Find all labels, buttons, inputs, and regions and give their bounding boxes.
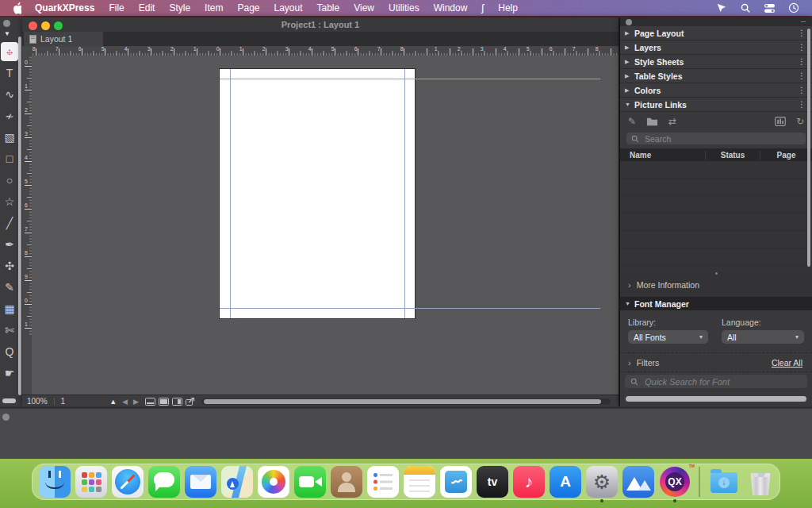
dock-finder[interactable] xyxy=(39,466,71,498)
dock-notes[interactable] xyxy=(404,466,435,498)
clock-menubar-icon[interactable] xyxy=(788,2,799,13)
zoom-level-field[interactable]: 100% xyxy=(22,397,54,406)
section-colors[interactable]: ▶Colors⋮ xyxy=(620,83,812,98)
close-button[interactable] xyxy=(29,21,37,30)
section-layers[interactable]: ▶Layers⋮ xyxy=(620,40,812,55)
control-center-menubar-icon[interactable] xyxy=(764,3,776,13)
menu-item-quarkxpress[interactable]: QuarkXPress xyxy=(28,2,102,13)
picture-links-search-input[interactable] xyxy=(643,133,801,144)
menu-item-view[interactable]: View xyxy=(347,2,381,13)
point-selection-tool[interactable]: ✣ xyxy=(1,256,18,275)
picture-links-list[interactable] xyxy=(620,161,812,272)
dock-downloads[interactable] xyxy=(708,466,740,498)
text-unlinking-tool[interactable]: ≁ xyxy=(1,106,18,125)
font-manager-header[interactable]: ▼ Font Manager xyxy=(620,297,812,310)
tools-resize-pill[interactable] xyxy=(2,398,16,403)
column-header-status[interactable]: Status xyxy=(705,151,760,160)
item-tool[interactable]: ↔↕ xyxy=(1,42,18,61)
rectangle-box-tool[interactable]: □ xyxy=(1,149,18,168)
section-menu-icon[interactable]: ⋮ xyxy=(798,43,807,52)
column-header-page[interactable]: Page xyxy=(760,151,812,160)
zoom-window-button[interactable] xyxy=(54,21,63,30)
menu-item-edit[interactable]: Edit xyxy=(132,2,163,13)
library-dropdown[interactable]: All Fonts ▾ xyxy=(628,330,708,344)
tools-scrollbar[interactable] xyxy=(18,37,21,395)
starburst-tool[interactable]: ☆ xyxy=(1,192,18,211)
previous-page-icon[interactable]: ◀ xyxy=(122,398,128,406)
picture-content-tool[interactable]: ▧ xyxy=(1,128,18,147)
menu-item-item[interactable]: Item xyxy=(197,2,230,13)
table-tool[interactable]: ▦ xyxy=(1,299,18,318)
dock-freeform[interactable] xyxy=(440,466,472,498)
dock-photos[interactable] xyxy=(258,466,289,498)
view-split-storage-icon[interactable] xyxy=(145,398,155,406)
export-icon[interactable] xyxy=(186,398,195,406)
clear-all-link[interactable]: Clear All xyxy=(772,358,802,368)
menu-item-page[interactable]: Page xyxy=(230,2,266,13)
relink-swap-icon[interactable]: ⇄ xyxy=(668,117,676,126)
text-content-tool[interactable]: T xyxy=(1,64,18,83)
apple-menu[interactable] xyxy=(0,2,28,14)
background-palette-dot[interactable] xyxy=(2,414,10,421)
open-folder-icon[interactable] xyxy=(646,117,658,126)
line-tool[interactable]: ╱ xyxy=(1,214,18,233)
dock-settings[interactable] xyxy=(586,466,618,498)
panel-resize-dot[interactable] xyxy=(715,272,718,275)
dock-music[interactable] xyxy=(513,466,545,498)
zoom-tool[interactable]: Q xyxy=(1,342,18,361)
scissors-tool[interactable]: ✄ xyxy=(1,321,18,340)
font-quick-search-input[interactable] xyxy=(643,376,802,387)
pan-tool[interactable]: ☛ xyxy=(1,364,18,383)
panel-minimize-icon[interactable]: – xyxy=(801,16,806,25)
language-dropdown[interactable]: All ▾ xyxy=(722,330,804,344)
menu-item-table[interactable]: Table xyxy=(310,2,347,13)
bezier-pen-tool[interactable]: ✒ xyxy=(1,235,18,254)
dock-maps[interactable] xyxy=(221,466,253,498)
menu-item-window[interactable]: Window xyxy=(427,2,475,13)
horizontal-scrollbar-track[interactable] xyxy=(201,398,611,405)
page-popup-icon[interactable]: ▲ xyxy=(109,398,117,406)
dock-messages[interactable] xyxy=(148,466,180,498)
tools-disclosure-icon[interactable]: ▼ xyxy=(4,30,10,37)
filters-label[interactable]: Filters xyxy=(637,358,660,368)
layout-page[interactable] xyxy=(220,69,415,318)
palette-close-dot[interactable] xyxy=(3,20,10,27)
refresh-icon[interactable]: ↻ xyxy=(796,117,804,126)
usage-report-icon[interactable] xyxy=(775,117,786,126)
menu-item-layout[interactable]: Layout xyxy=(266,2,309,13)
section-menu-icon[interactable]: ⋮ xyxy=(798,86,807,94)
section-menu-icon[interactable]: ⋮ xyxy=(798,71,807,80)
tab-layout-1[interactable]: Layout 1 xyxy=(24,32,103,46)
more-information-row[interactable]: › More Information xyxy=(620,272,812,297)
panel-horizontal-scrollbar[interactable] xyxy=(626,396,806,402)
dock-trash[interactable] xyxy=(745,466,776,498)
search-menubar-icon[interactable] xyxy=(740,2,751,13)
dock-facetime[interactable] xyxy=(294,466,326,498)
section-style-sheets[interactable]: ▶Style Sheets⋮ xyxy=(620,55,812,69)
minimize-button[interactable] xyxy=(41,21,50,30)
pasteboard-canvas[interactable] xyxy=(32,56,619,394)
section-menu-icon[interactable]: ⋮ xyxy=(798,100,807,109)
next-page-icon[interactable]: ▶ xyxy=(133,398,139,406)
page-number-field[interactable]: 1 xyxy=(55,397,86,406)
menu-item-style[interactable]: Style xyxy=(162,2,197,13)
dock-appstore[interactable] xyxy=(550,466,581,498)
horizontal-scrollbar-thumb[interactable] xyxy=(204,399,601,404)
text-linking-tool[interactable]: ∿ xyxy=(1,85,18,104)
section-picture-links[interactable]: ▼Picture Links⋮ xyxy=(620,98,812,112)
panel-vertical-scrollbar[interactable] xyxy=(807,29,810,267)
script-menu-icon[interactable]: ʃ xyxy=(474,0,491,16)
menu-item-file[interactable]: File xyxy=(102,2,131,13)
view-fullscreen-icon[interactable] xyxy=(159,398,169,406)
edit-picture-icon[interactable]: ✎ xyxy=(628,117,636,126)
freehand-drawing-tool[interactable]: ✎ xyxy=(1,278,18,297)
column-header-name[interactable]: Name xyxy=(620,151,705,160)
dock-reminders[interactable] xyxy=(367,466,399,498)
dock-quarkxpress[interactable] xyxy=(659,466,691,498)
menu-item-help[interactable]: Help xyxy=(491,0,525,16)
section-page-layout[interactable]: ▶Page Layout⋮ xyxy=(620,26,812,40)
dock-mail[interactable] xyxy=(185,466,216,498)
dock-appletv[interactable] xyxy=(477,466,508,498)
dock-contacts[interactable] xyxy=(331,466,362,498)
shortcut-menubar-icon[interactable] xyxy=(716,2,727,13)
